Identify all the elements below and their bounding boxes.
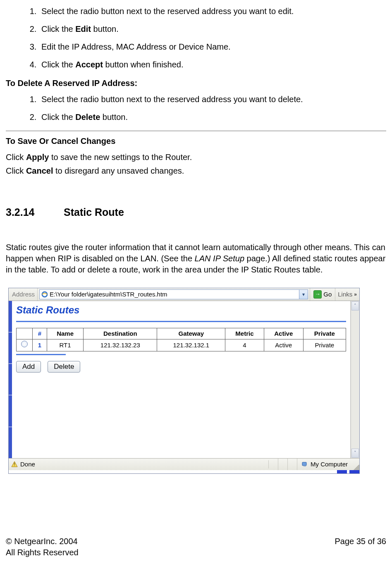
- row-gateway: 121.32.132.1: [157, 339, 225, 351]
- col-destination: Destination: [84, 328, 157, 339]
- section-number: 3.2.14: [6, 205, 64, 220]
- col-active: Active: [264, 328, 303, 339]
- zone-text: My Computer: [311, 460, 348, 468]
- row-index: 1: [33, 339, 47, 351]
- table-header-row: # Name Destination Gateway Metric Active…: [17, 328, 346, 339]
- edit-steps-list: Select the radio button next to the rese…: [6, 6, 386, 70]
- add-button[interactable]: Add: [16, 361, 41, 373]
- row-metric: 4: [225, 339, 264, 351]
- go-button[interactable]: → Go: [310, 288, 335, 301]
- left-frame-edge: [9, 301, 12, 458]
- svg-text:!: !: [14, 462, 15, 467]
- col-private: Private: [303, 328, 346, 339]
- save-heading: To Save Or Cancel Changes: [6, 136, 386, 147]
- row-active: Active: [264, 339, 303, 351]
- title-rule: [16, 321, 346, 322]
- step-text: Edit the IP Address, MAC Address or Devi…: [39, 41, 386, 53]
- row-name: RT1: [47, 339, 84, 351]
- footer-rights: All Rights Reserved: [6, 547, 79, 558]
- bottom-blue-strip: [9, 470, 359, 473]
- row-private: Private: [303, 339, 346, 351]
- address-bar: Address E:\Your folder\igatesuihtm\STR_r…: [9, 288, 359, 301]
- divider: [6, 130, 386, 131]
- address-label: Address: [9, 288, 38, 301]
- routes-table: # Name Destination Gateway Metric Active…: [16, 328, 346, 351]
- delete-steps-list: Select the radio button next to the rese…: [6, 94, 386, 123]
- col-gateway: Gateway: [157, 328, 225, 339]
- section-title: Static Route: [64, 205, 124, 220]
- scrollbar[interactable]: ˄ ˅: [351, 301, 359, 458]
- row-destination: 121.32.132.23: [84, 339, 157, 351]
- address-dropdown[interactable]: ▾: [299, 290, 308, 299]
- warning-icon: !: [11, 461, 18, 468]
- step-text: Select the radio button next to the rese…: [39, 6, 386, 17]
- delete-heading: To Delete A Reserved IP Address:: [6, 78, 386, 89]
- col-index: #: [33, 328, 47, 339]
- status-text: Done: [20, 460, 35, 468]
- my-computer-icon: [301, 461, 308, 468]
- col-name: Name: [47, 328, 84, 339]
- ie-icon: [41, 291, 48, 298]
- svg-point-0: [42, 292, 47, 297]
- step-text: Click the Accept button when finished.: [39, 59, 386, 70]
- page-title: Static Routes: [16, 303, 346, 317]
- links-button[interactable]: Links »: [335, 288, 359, 301]
- step-text: Select the radio button next to the rese…: [39, 94, 386, 105]
- status-bar: ! Done My Computer: [9, 458, 359, 470]
- resize-grip[interactable]: [352, 459, 359, 470]
- footer-page-number: Page 35 of 36: [335, 536, 386, 558]
- col-metric: Metric: [225, 328, 264, 339]
- address-url: E:\Your folder\igatesuihtm\STR_routes.ht…: [50, 290, 299, 299]
- page-content: Static Routes # Name Destination Gateway…: [12, 301, 351, 458]
- go-arrow-icon: →: [313, 290, 322, 299]
- section-body: Static routes give the router informatio…: [6, 242, 386, 275]
- section-heading: 3.2.14 Static Route: [6, 205, 386, 220]
- page-footer: © NetgearInc. 2004 All Rights Reserved P…: [6, 536, 386, 558]
- step-text: Click the Edit button.: [39, 24, 386, 35]
- chevrons-icon: »: [354, 291, 357, 298]
- address-input[interactable]: E:\Your folder\igatesuihtm\STR_routes.ht…: [39, 289, 308, 299]
- scroll-down-icon[interactable]: ˅: [351, 449, 359, 458]
- svg-rect-4: [304, 466, 306, 467]
- svg-rect-3: [302, 462, 306, 466]
- table-row: 1 RT1 121.32.132.23 121.32.132.1 4 Activ…: [17, 339, 346, 351]
- row-radio[interactable]: [21, 341, 28, 347]
- scroll-up-icon[interactable]: ˄: [351, 301, 359, 311]
- delete-button[interactable]: Delete: [48, 361, 80, 373]
- footer-copyright: © NetgearInc. 2004: [6, 536, 79, 547]
- save-line1: Click Apply to save the new settings to …: [6, 152, 386, 163]
- save-line2: Click Cancel to disregard any unsaved ch…: [6, 165, 386, 177]
- step-text: Click the Delete button.: [39, 112, 386, 123]
- table-rule: [16, 354, 66, 355]
- browser-screenshot: Address E:\Your folder\igatesuihtm\STR_r…: [8, 288, 360, 474]
